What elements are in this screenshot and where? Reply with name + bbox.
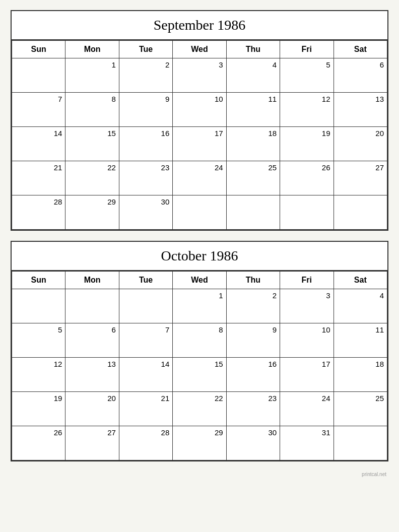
calendar-day[interactable]: 6 <box>334 58 387 93</box>
calendar-day[interactable]: 17 <box>280 358 334 392</box>
calendar-day[interactable]: 27 <box>334 161 387 195</box>
calendar-day[interactable]: 29 <box>65 195 119 230</box>
calendar-day[interactable]: 21 <box>119 392 172 426</box>
calendar-day[interactable]: 17 <box>173 127 226 161</box>
header-sun: Sun <box>12 41 65 58</box>
calendar-day[interactable]: 2 <box>226 289 280 323</box>
october-calendar: October 1986 Sun Mon Tue Wed Thu Fri Sat… <box>11 241 388 461</box>
calendar-day[interactable]: 16 <box>119 127 172 161</box>
calendar-day[interactable]: 21 <box>12 161 65 195</box>
calendar-day[interactable]: 13 <box>65 358 119 392</box>
calendar-day[interactable] <box>334 426 387 460</box>
calendar-day[interactable]: 28 <box>12 195 65 230</box>
calendar-day[interactable]: 15 <box>65 127 119 161</box>
calendar-day[interactable]: 14 <box>119 358 172 392</box>
calendar-day[interactable] <box>65 289 119 323</box>
header-fri: Fri <box>280 41 334 58</box>
header-tue: Tue <box>119 272 172 289</box>
watermark: printcal.net <box>11 472 388 477</box>
table-row: 123456 <box>12 58 387 93</box>
calendar-day[interactable]: 8 <box>65 93 119 127</box>
header-tue: Tue <box>119 41 172 58</box>
calendar-day[interactable]: 15 <box>173 358 226 392</box>
header-sat: Sat <box>334 272 387 289</box>
header-mon: Mon <box>65 41 119 58</box>
calendar-day[interactable]: 18 <box>226 127 280 161</box>
september-grid: Sun Mon Tue Wed Thu Fri Sat 123456789101… <box>12 40 387 230</box>
calendar-day[interactable] <box>280 195 334 230</box>
calendar-day[interactable]: 19 <box>280 127 334 161</box>
september-calendar: September 1986 Sun Mon Tue Wed Thu Fri S… <box>11 10 388 231</box>
header-thu: Thu <box>226 41 280 58</box>
calendar-day[interactable]: 11 <box>334 323 387 358</box>
calendar-day[interactable]: 14 <box>12 127 65 161</box>
calendar-day[interactable]: 23 <box>226 392 280 426</box>
calendar-day[interactable]: 7 <box>119 323 172 358</box>
calendar-day[interactable]: 25 <box>226 161 280 195</box>
october-title: October 1986 <box>12 242 387 271</box>
october-grid: Sun Mon Tue Wed Thu Fri Sat 123456789101… <box>12 271 387 460</box>
calendar-day[interactable] <box>12 289 65 323</box>
calendar-day[interactable]: 20 <box>334 127 387 161</box>
table-row: 19202122232425 <box>12 392 387 426</box>
calendar-day[interactable]: 26 <box>12 426 65 460</box>
calendar-day[interactable] <box>119 289 172 323</box>
calendar-day[interactable]: 29 <box>173 426 226 460</box>
calendar-day[interactable]: 12 <box>280 93 334 127</box>
header-sat: Sat <box>334 41 387 58</box>
september-title: September 1986 <box>12 11 387 40</box>
calendar-day[interactable]: 23 <box>119 161 172 195</box>
calendar-day[interactable]: 9 <box>226 323 280 358</box>
header-wed: Wed <box>173 41 226 58</box>
calendar-day[interactable]: 10 <box>173 93 226 127</box>
calendar-day[interactable]: 30 <box>119 195 172 230</box>
calendar-day[interactable] <box>12 58 65 93</box>
calendar-day[interactable]: 31 <box>280 426 334 460</box>
calendar-day[interactable]: 28 <box>119 426 172 460</box>
calendar-day[interactable]: 13 <box>334 93 387 127</box>
calendar-day[interactable]: 4 <box>226 58 280 93</box>
calendar-day[interactable]: 11 <box>226 93 280 127</box>
header-thu: Thu <box>226 272 280 289</box>
calendar-day[interactable]: 8 <box>173 323 226 358</box>
calendar-day[interactable]: 16 <box>226 358 280 392</box>
calendar-day[interactable]: 25 <box>334 392 387 426</box>
table-row: 14151617181920 <box>12 127 387 161</box>
calendar-day[interactable]: 19 <box>12 392 65 426</box>
calendar-day[interactable]: 3 <box>280 289 334 323</box>
calendar-day[interactable]: 7 <box>12 93 65 127</box>
calendar-day[interactable]: 26 <box>280 161 334 195</box>
calendar-day[interactable]: 22 <box>65 161 119 195</box>
calendar-day[interactable]: 10 <box>280 323 334 358</box>
header-fri: Fri <box>280 272 334 289</box>
calendar-day[interactable]: 27 <box>65 426 119 460</box>
calendar-day[interactable] <box>334 195 387 230</box>
table-row: 12131415161718 <box>12 358 387 392</box>
calendar-day[interactable] <box>173 195 226 230</box>
calendar-day[interactable]: 3 <box>173 58 226 93</box>
calendar-day[interactable]: 18 <box>334 358 387 392</box>
calendar-day[interactable]: 5 <box>280 58 334 93</box>
calendar-day[interactable]: 1 <box>65 58 119 93</box>
day-headers-row: Sun Mon Tue Wed Thu Fri Sat <box>12 41 387 58</box>
calendar-day[interactable]: 12 <box>12 358 65 392</box>
calendar-day[interactable]: 20 <box>65 392 119 426</box>
calendar-day[interactable]: 4 <box>334 289 387 323</box>
table-row: 21222324252627 <box>12 161 387 195</box>
calendar-day[interactable]: 1 <box>173 289 226 323</box>
calendar-day[interactable]: 30 <box>226 426 280 460</box>
calendar-day[interactable]: 5 <box>12 323 65 358</box>
calendar-day[interactable] <box>226 195 280 230</box>
table-row: 262728293031 <box>12 426 387 460</box>
calendar-day[interactable]: 6 <box>65 323 119 358</box>
calendar-day[interactable]: 2 <box>119 58 172 93</box>
calendar-day[interactable]: 9 <box>119 93 172 127</box>
calendar-day[interactable]: 24 <box>173 161 226 195</box>
calendar-day[interactable]: 24 <box>280 392 334 426</box>
table-row: 78910111213 <box>12 93 387 127</box>
table-row: 1234 <box>12 289 387 323</box>
calendar-day[interactable]: 22 <box>173 392 226 426</box>
header-wed: Wed <box>173 272 226 289</box>
table-row: 282930 <box>12 195 387 230</box>
header-sun: Sun <box>12 272 65 289</box>
